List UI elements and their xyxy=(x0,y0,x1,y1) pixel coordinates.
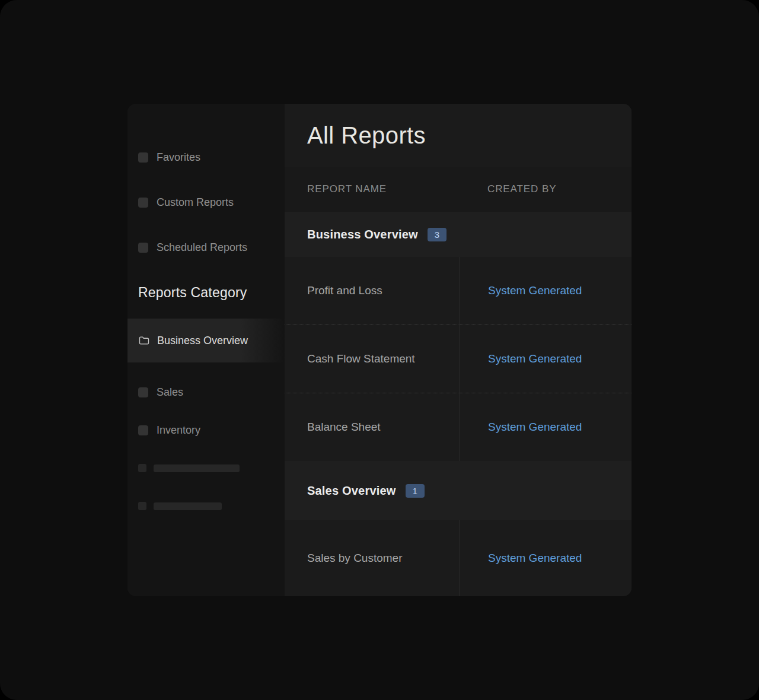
group-row-business-overview[interactable]: Business Overview 3 xyxy=(285,212,632,257)
group-count-badge: 3 xyxy=(428,228,447,241)
column-header-created-by: CREATED BY xyxy=(460,167,632,212)
column-header-report-name: REPORT NAME xyxy=(285,167,460,212)
report-name-link[interactable]: Profit and Loss xyxy=(307,284,382,297)
page-background: Favorites Custom Reports Scheduled Repor… xyxy=(0,0,759,700)
sales-icon xyxy=(138,387,148,397)
skeleton-bar xyxy=(154,464,240,472)
table-header-row: REPORT NAME CREATED BY xyxy=(285,167,632,212)
skeleton-icon xyxy=(138,502,146,510)
created-by-link[interactable]: System Generated xyxy=(488,284,582,297)
table-row[interactable]: Profit and Loss System Generated xyxy=(285,257,632,324)
page-title: All Reports xyxy=(307,122,426,149)
created-by-link[interactable]: System Generated xyxy=(488,552,582,565)
favorites-icon xyxy=(138,152,148,163)
sidebar-category-label: Inventory xyxy=(157,424,200,437)
group-name: Business Overview xyxy=(307,228,418,241)
reports-main-panel: All Reports REPORT NAME CREATED BY Busin… xyxy=(285,104,632,596)
report-name-link[interactable]: Sales by Customer xyxy=(307,552,403,565)
table-row[interactable]: Cash Flow Statement System Generated xyxy=(285,324,632,393)
skeleton-placeholder-row xyxy=(127,493,285,519)
custom-reports-icon xyxy=(138,198,148,208)
skeleton-icon xyxy=(138,464,146,472)
inventory-icon xyxy=(138,425,148,435)
table-row[interactable]: Balance Sheet System Generated xyxy=(285,393,632,461)
group-name: Sales Overview xyxy=(307,484,396,498)
main-header: All Reports xyxy=(285,104,632,167)
reports-category-heading: Reports Category xyxy=(127,279,285,306)
reports-window: Favorites Custom Reports Scheduled Repor… xyxy=(127,104,632,596)
created-by-link[interactable]: System Generated xyxy=(488,352,582,365)
sidebar-category-inventory[interactable]: Inventory xyxy=(127,417,285,443)
created-by-link[interactable]: System Generated xyxy=(488,421,582,434)
scheduled-reports-icon xyxy=(138,243,148,253)
group-row-sales-overview[interactable]: Sales Overview 1 xyxy=(285,461,632,520)
sidebar-item-label: Favorites xyxy=(157,151,200,164)
sidebar-item-label: Scheduled Reports xyxy=(157,241,247,254)
skeleton-bar xyxy=(154,502,222,510)
report-name-link[interactable]: Balance Sheet xyxy=(307,421,381,434)
report-name-link[interactable]: Cash Flow Statement xyxy=(307,352,415,365)
sidebar-category-sales[interactable]: Sales xyxy=(127,379,285,405)
sidebar-category-label: Business Overview xyxy=(157,335,248,347)
sidebar-item-scheduled-reports[interactable]: Scheduled Reports xyxy=(127,234,285,260)
sidebar-item-custom-reports[interactable]: Custom Reports xyxy=(127,189,285,215)
sidebar-category-business-overview[interactable]: Business Overview xyxy=(127,319,285,362)
folder-icon xyxy=(138,335,150,346)
sidebar: Favorites Custom Reports Scheduled Repor… xyxy=(127,104,285,596)
sidebar-item-favorites[interactable]: Favorites xyxy=(127,144,285,170)
table-row[interactable]: Sales by Customer System Generated xyxy=(285,520,632,596)
group-count-badge: 1 xyxy=(406,484,425,498)
sidebar-category-label: Sales xyxy=(157,386,183,399)
sidebar-item-label: Custom Reports xyxy=(157,196,234,209)
skeleton-placeholder-row xyxy=(127,455,285,481)
